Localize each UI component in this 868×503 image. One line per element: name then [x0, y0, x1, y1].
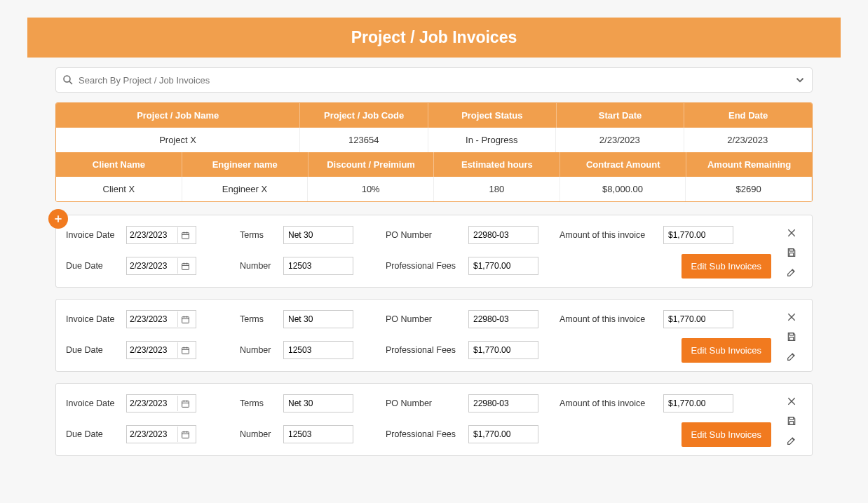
close-icon[interactable] [785, 227, 798, 239]
label-po-number: PO Number [386, 230, 463, 240]
svg-rect-16 [182, 316, 189, 323]
invoice-date-input-wrap[interactable] [126, 226, 196, 244]
col-project-name: Project / Job Name [56, 103, 300, 128]
label-amount-invoice: Amount of this invoice [560, 314, 658, 324]
edit-icon[interactable] [785, 350, 798, 363]
invoice-date-input-wrap[interactable] [126, 394, 196, 413]
professional-fees-input[interactable] [468, 425, 538, 443]
edit-icon[interactable] [785, 266, 798, 279]
due-date-input[interactable] [127, 261, 177, 271]
terms-input[interactable] [283, 226, 353, 244]
label-terms: Terms [240, 230, 278, 240]
edit-sub-invoices-button[interactable]: Edit Sub Invoices [681, 422, 771, 448]
label-number: Number [240, 429, 278, 439]
invoice-date-input[interactable] [127, 314, 177, 324]
professional-fees-input[interactable] [468, 341, 538, 359]
val-engineer-name: Engineer X [182, 177, 308, 201]
calendar-icon[interactable] [177, 311, 193, 327]
invoice-card: Invoice Date Terms PO Number Amount of t… [55, 383, 813, 456]
svg-rect-14 [789, 249, 793, 251]
edit-icon[interactable] [785, 434, 798, 447]
col-project-code: Project / Job Code [300, 103, 428, 128]
add-invoice-button[interactable] [48, 209, 68, 229]
po-number-input[interactable] [468, 226, 538, 244]
label-amount-invoice: Amount of this invoice [560, 230, 658, 240]
due-date-input-wrap[interactable] [126, 341, 196, 359]
close-icon[interactable] [785, 311, 798, 323]
calendar-icon[interactable] [177, 396, 193, 411]
label-po-number: PO Number [386, 398, 463, 408]
due-date-input[interactable] [127, 345, 177, 355]
col-amount-remaining: Amount Remaining [686, 152, 812, 177]
calendar-icon[interactable] [177, 342, 193, 358]
due-date-input[interactable] [127, 429, 177, 439]
col-estimated-hours: Estimated hours [434, 152, 560, 177]
terms-input[interactable] [283, 394, 353, 413]
svg-rect-38 [789, 417, 793, 420]
label-invoice-date: Invoice Date [66, 314, 121, 324]
label-terms: Terms [240, 398, 278, 408]
val-project-status: In - Progress [428, 128, 557, 152]
label-amount-invoice: Amount of this invoice [560, 398, 658, 408]
label-professional-fees: Professional Fees [386, 429, 463, 439]
label-number: Number [240, 261, 278, 271]
search-icon [62, 74, 74, 86]
svg-rect-28 [182, 401, 189, 407]
number-input[interactable] [283, 257, 353, 275]
col-contract-amount: Contract Amount [560, 152, 686, 177]
search-input[interactable] [74, 75, 794, 86]
chevron-down-icon[interactable] [794, 74, 806, 86]
invoice-card: Invoice Date Terms PO Number Amount of t… [55, 215, 813, 288]
save-icon[interactable] [785, 415, 798, 427]
edit-sub-invoices-button[interactable]: Edit Sub Invoices [681, 254, 771, 279]
edit-sub-invoices-button[interactable]: Edit Sub Invoices [681, 338, 771, 363]
po-number-input[interactable] [468, 394, 538, 413]
svg-rect-27 [789, 337, 793, 341]
amount-invoice-input[interactable] [663, 310, 733, 328]
label-number: Number [240, 345, 278, 355]
col-engineer-name: Engineer name [182, 152, 308, 177]
search-bar[interactable] [55, 67, 813, 93]
val-client-name: Client X [56, 177, 182, 201]
val-end-date: 2/23/2023 [684, 128, 813, 152]
svg-rect-15 [789, 253, 793, 257]
col-discount: Discount / Preimium [308, 152, 435, 177]
amount-invoice-input[interactable] [663, 226, 733, 244]
val-project-name: Project X [56, 128, 300, 152]
calendar-icon[interactable] [177, 227, 193, 243]
svg-line-1 [69, 81, 72, 84]
invoice-date-input[interactable] [127, 398, 177, 408]
project-info-table: Project / Job Name Project / Job Code Pr… [55, 102, 813, 202]
val-project-code: 123654 [300, 128, 428, 152]
save-icon[interactable] [785, 246, 798, 259]
close-icon[interactable] [785, 395, 798, 408]
invoice-date-input-wrap[interactable] [126, 310, 196, 328]
val-start-date: 2/23/2023 [556, 128, 684, 152]
terms-input[interactable] [283, 310, 353, 328]
save-icon[interactable] [785, 330, 798, 343]
svg-rect-20 [182, 347, 189, 354]
invoice-date-input[interactable] [127, 230, 177, 240]
svg-rect-4 [182, 232, 189, 239]
val-estimated-hours: 180 [434, 177, 560, 201]
calendar-icon[interactable] [177, 258, 193, 274]
label-professional-fees: Professional Fees [386, 261, 463, 271]
col-project-status: Project Status [428, 103, 557, 128]
svg-rect-26 [789, 333, 793, 335]
label-po-number: PO Number [386, 314, 463, 324]
label-invoice-date: Invoice Date [66, 398, 121, 408]
col-client-name: Client Name [56, 152, 182, 177]
svg-point-0 [64, 76, 70, 82]
due-date-input-wrap[interactable] [126, 425, 196, 443]
calendar-icon[interactable] [177, 427, 193, 442]
number-input[interactable] [283, 425, 353, 443]
invoice-card: Invoice Date Terms PO Number Amount of t… [55, 299, 813, 372]
professional-fees-input[interactable] [468, 257, 538, 275]
po-number-input[interactable] [468, 310, 538, 328]
due-date-input-wrap[interactable] [126, 257, 196, 275]
svg-rect-8 [182, 263, 189, 269]
label-terms: Terms [240, 314, 278, 324]
amount-invoice-input[interactable] [663, 394, 733, 413]
number-input[interactable] [283, 341, 353, 359]
val-contract-amount: $8,000.00 [560, 177, 686, 201]
